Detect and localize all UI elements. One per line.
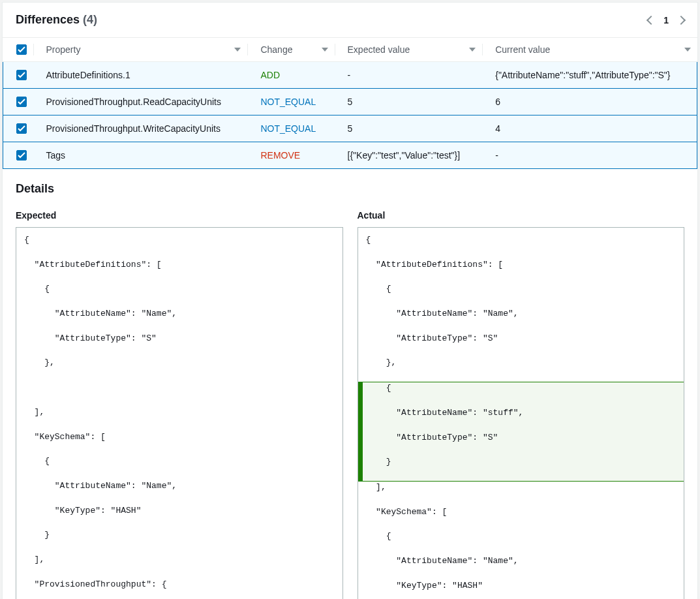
details-section: Details Expected { "AttributeDefinitions… — [3, 169, 697, 599]
cell-expected: - — [335, 62, 483, 89]
code-line: }, — [358, 357, 684, 369]
col-change[interactable]: Change — [247, 38, 334, 62]
chevron-left-icon[interactable] — [647, 15, 656, 24]
code-line: "KeySchema": [ — [358, 506, 684, 519]
table-row[interactable]: AttributeDefinitions.1ADD-{"AttributeNam… — [3, 62, 697, 89]
code-line: { — [16, 283, 342, 296]
code-line: "AttributeType": "S" — [16, 333, 342, 345]
actual-column: Actual { "AttributeDefinitions": [ { "At… — [358, 210, 685, 599]
diff-grid: Expected { "AttributeDefinitions": [ { "… — [16, 210, 684, 599]
code-line: ], — [358, 482, 684, 494]
code-line: } — [363, 456, 684, 468]
select-all-header[interactable] — [3, 38, 33, 62]
table-row[interactable]: ProvisionedThroughput.ReadCapacityUnitsN… — [3, 89, 697, 115]
code-line: "KeySchema": [ — [16, 431, 342, 444]
cell-expected: 5 — [335, 89, 483, 115]
cell-change: REMOVE — [247, 142, 334, 169]
caret-down-icon — [684, 48, 691, 52]
code-line: "AttributeType": "S" — [363, 432, 684, 444]
code-line: "AttributeDefinitions": [ — [358, 259, 684, 271]
code-line: "AttributeName": "stuff", — [363, 407, 684, 420]
checkbox-icon[interactable] — [16, 44, 27, 55]
code-line: ], — [16, 407, 342, 419]
code-line: "ProvisionedThroughput": { — [16, 579, 342, 591]
differences-table: Property Change Expected value Current v… — [3, 38, 697, 169]
code-line — [16, 382, 342, 394]
code-line: "AttributeName": "Name", — [358, 308, 684, 320]
caret-down-icon — [322, 48, 328, 52]
cell-current: {"AttributeName":"stuff","AttributeType"… — [482, 62, 697, 89]
col-current[interactable]: Current value — [482, 38, 697, 62]
code-line: "KeyType": "HASH" — [16, 505, 342, 517]
code-line: { — [16, 234, 342, 247]
cell-property: Tags — [33, 142, 248, 169]
cell-property: ProvisionedThroughput.WriteCapacityUnits — [33, 115, 248, 142]
code-line: "AttributeName": "Name", — [358, 555, 684, 568]
checkbox-icon[interactable] — [16, 150, 27, 161]
cell-property: AttributeDefinitions.1 — [33, 62, 248, 89]
checkbox-icon[interactable] — [16, 123, 27, 134]
cell-change: ADD — [247, 62, 334, 89]
code-line: } — [16, 529, 342, 542]
caret-down-icon — [234, 48, 241, 52]
code-line: { — [16, 455, 342, 468]
checkbox-icon[interactable] — [16, 97, 27, 107]
code-line: ], — [16, 554, 342, 566]
title-count: (4) — [83, 13, 97, 26]
cell-property: ProvisionedThroughput.ReadCapacityUnits — [33, 89, 248, 115]
code-line: "AttributeType": "S" — [358, 333, 684, 345]
caret-down-icon — [469, 48, 476, 52]
code-line: { — [358, 530, 684, 543]
actual-codebox[interactable]: { "AttributeDefinitions": [ { "Attribute… — [358, 227, 685, 599]
code-line: "AttributeName": "Name", — [16, 480, 342, 493]
details-title: Details — [16, 182, 684, 196]
cell-current: 6 — [482, 89, 697, 115]
code-line: "AttributeDefinitions": [ — [16, 259, 342, 271]
title-text: Differences — [16, 13, 80, 26]
cell-expected: 5 — [335, 115, 483, 142]
differences-panel: Differences (4) 1 Property Change Expect… — [2, 2, 698, 599]
cell-change: NOT_EQUAL — [247, 89, 334, 115]
table-row[interactable]: TagsREMOVE[{"Key":"test","Value":"test"}… — [3, 142, 697, 169]
cell-change: NOT_EQUAL — [247, 115, 334, 142]
diff-green-block: { "AttributeName": "stuff", "AttributeTy… — [358, 382, 685, 482]
page-number: 1 — [663, 15, 669, 25]
chevron-right-icon[interactable] — [677, 15, 686, 24]
col-property[interactable]: Property — [33, 38, 248, 62]
pager: 1 — [648, 15, 684, 25]
col-expected[interactable]: Expected value — [335, 38, 483, 62]
expected-label: Expected — [16, 210, 343, 221]
expected-codebox[interactable]: { "AttributeDefinitions": [ { "Attribute… — [16, 227, 343, 599]
code-line: "KeyType": "HASH" — [358, 580, 684, 592]
table-row[interactable]: ProvisionedThroughput.WriteCapacityUnits… — [3, 115, 697, 142]
code-line: }, — [16, 357, 342, 369]
cell-current: 4 — [482, 115, 697, 142]
actual-label: Actual — [358, 210, 685, 221]
panel-header: Differences (4) 1 — [3, 3, 697, 38]
checkbox-icon[interactable] — [16, 70, 27, 80]
cell-expected: [{"Key":"test","Value":"test"}] — [335, 142, 483, 169]
panel-title: Differences (4) — [16, 13, 97, 27]
code-line: { — [358, 234, 684, 247]
expected-column: Expected { "AttributeDefinitions": [ { "… — [16, 210, 343, 599]
code-line: { — [358, 283, 684, 296]
code-line: { — [363, 382, 684, 395]
code-line: "AttributeName": "Name", — [16, 308, 342, 320]
cell-current: - — [482, 142, 697, 169]
